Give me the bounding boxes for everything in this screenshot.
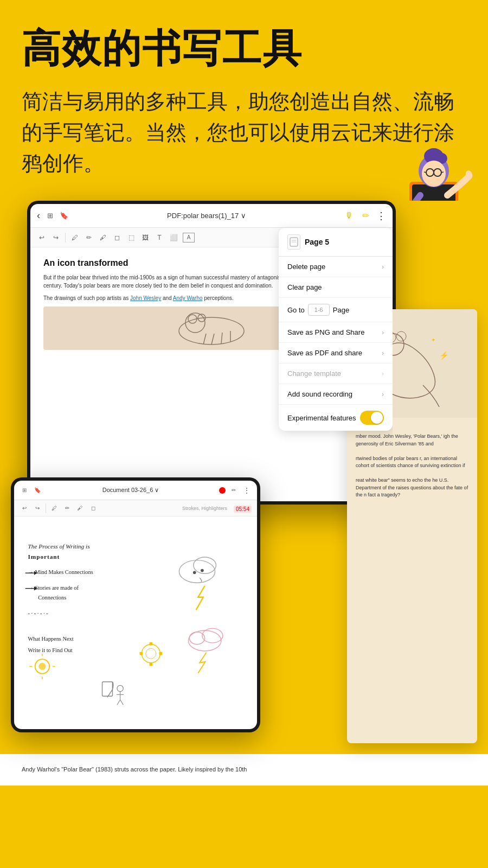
save-png-chevron-icon: › bbox=[382, 329, 384, 336]
svg-line-67 bbox=[120, 700, 124, 705]
hero-section: 高效的书写工具 简洁与易用的多种工具，助您创造出自然、流畅的手写笔记。当然，您也… bbox=[0, 0, 488, 201]
page-icon bbox=[287, 234, 300, 250]
image-icon[interactable]: 🖼 bbox=[140, 233, 150, 242]
context-menu: Page 5 Delete page › Clear page Go bbox=[279, 228, 393, 431]
john-wesley-link[interactable]: John Wesley bbox=[130, 295, 161, 301]
strokes-label: Strokes, Highlighters bbox=[182, 506, 227, 511]
change-template-item: Change template › bbox=[279, 363, 393, 384]
experimental-toggle[interactable] bbox=[360, 411, 384, 425]
change-template-chevron-icon: › bbox=[382, 370, 384, 378]
svg-line-66 bbox=[117, 700, 120, 705]
mic-icon[interactable]: 🎙 bbox=[344, 210, 355, 221]
tablet-bottom-screen: ⊞ 🔖 Document 03-26_6 ∨ ✏ ⋮ ↩ ↪ 🖊 ✏ 🖋 ◻ S… bbox=[14, 481, 257, 729]
pdf-text-content: mber mood. John Wesley, 'Polar Bears,' i… bbox=[347, 424, 477, 508]
delete-page-item[interactable]: Delete page › bbox=[279, 257, 393, 277]
bt-bookmark-icon[interactable]: 🔖 bbox=[33, 486, 42, 495]
highlighter-icon[interactable]: 🖋 bbox=[98, 233, 108, 242]
record-indicator bbox=[219, 487, 226, 494]
grid-icon[interactable]: ⊞ bbox=[44, 210, 55, 221]
more-options-button[interactable]: ⋮ bbox=[376, 210, 386, 222]
add-recording-label: Add sound recording bbox=[287, 390, 352, 398]
bt-eraser[interactable]: ◻ bbox=[88, 503, 98, 513]
svg-line-19 bbox=[211, 334, 214, 344]
bt-pen-icon[interactable]: ✏ bbox=[229, 486, 239, 495]
svg-point-52 bbox=[142, 644, 160, 663]
bookmark-icon[interactable]: 🔖 bbox=[59, 210, 69, 221]
eraser-icon[interactable]: ◻ bbox=[112, 233, 122, 242]
svg-line-18 bbox=[203, 334, 206, 344]
change-template-label: Change template bbox=[287, 369, 341, 378]
svg-point-63 bbox=[117, 686, 123, 692]
timer-container: 05:54 bbox=[234, 503, 252, 513]
save-pdf-chevron-icon: › bbox=[382, 349, 384, 357]
svg-text:⚡: ⚡ bbox=[439, 351, 449, 360]
menu-header: Page 5 bbox=[279, 228, 393, 257]
svg-rect-54 bbox=[150, 642, 153, 646]
back-button[interactable]: ‹ bbox=[37, 210, 40, 221]
redo-icon[interactable]: ↪ bbox=[51, 233, 61, 242]
svg-point-47 bbox=[193, 571, 196, 575]
pdf-caption-1: mber mood. John Wesley, 'Polar Bears,' i… bbox=[356, 433, 468, 448]
save-pdf-item[interactable]: Save as PDF and share › bbox=[279, 343, 393, 363]
goto-label: Go to bbox=[287, 306, 305, 314]
clear-page-item[interactable]: Clear page bbox=[279, 277, 393, 298]
svg-text:Important: Important bbox=[28, 553, 60, 560]
bottom-drawing-toolbar: ↩ ↪ 🖊 ✏ 🖋 ◻ Strokes, Highlighters 05:54 bbox=[14, 500, 257, 516]
text-box-icon[interactable]: T bbox=[155, 233, 164, 242]
experimental-features-item[interactable]: Experimental features bbox=[279, 405, 393, 431]
svg-text:✦: ✦ bbox=[431, 337, 435, 343]
bottom-doc-title[interactable]: Document 03-26_6 ∨ bbox=[46, 487, 216, 494]
add-recording-item[interactable]: Add sound recording › bbox=[279, 384, 393, 405]
handwriting-content: The Process of Writing is Important → Mi… bbox=[14, 516, 257, 729]
svg-point-53 bbox=[146, 648, 156, 659]
svg-text:- · - · - · -: - · - · - · - bbox=[28, 610, 48, 616]
svg-rect-57 bbox=[159, 652, 162, 655]
svg-line-20 bbox=[221, 333, 222, 343]
svg-text:The Process of Writing is: The Process of Writing is bbox=[28, 543, 90, 550]
toolbar-left-icons: ⊞ 🔖 bbox=[44, 210, 69, 221]
pdf-caption-2: rtwined bodies of polar bears r, an inte… bbox=[356, 455, 468, 470]
brush-icon[interactable]: 🖊 bbox=[70, 233, 80, 242]
text-recognize-icon[interactable]: A bbox=[183, 233, 195, 242]
pen-highlight-icon[interactable]: ✏ bbox=[360, 210, 371, 221]
bt-highlighter[interactable]: 🖋 bbox=[75, 503, 85, 513]
goto-container: Go to Page bbox=[287, 304, 349, 316]
bt-pencil[interactable]: ✏ bbox=[62, 503, 72, 513]
save-png-item[interactable]: Save as PNG and Share › bbox=[279, 322, 393, 343]
hero-title: 高效的书写工具 bbox=[22, 27, 466, 70]
andy-warhol-link[interactable]: Andy Warho bbox=[173, 295, 203, 301]
svg-rect-56 bbox=[140, 652, 143, 655]
tablet-main: ‹ ⊞ 🔖 PDF:polar bears(1)_17 ∨ 🎙 ✏ ⋮ ↩ ↪ … bbox=[27, 201, 396, 505]
tablet-screen: ‹ ⊞ 🔖 PDF:polar bears(1)_17 ∨ 🎙 ✏ ⋮ ↩ ↪ … bbox=[30, 204, 393, 501]
bt-undo[interactable]: ↩ bbox=[20, 503, 29, 513]
pdf-caption-3: reat white bear" seems to echo the he U.… bbox=[356, 477, 468, 499]
toolbar-right-icons: 🎙 ✏ ⋮ bbox=[344, 210, 386, 222]
document-title[interactable]: PDF:polar bears(1)_17 ∨ bbox=[74, 212, 339, 220]
save-png-label: Save as PNG and Share bbox=[287, 328, 364, 336]
svg-line-10 bbox=[424, 172, 426, 173]
lasso-icon[interactable]: ⬚ bbox=[126, 233, 136, 242]
delete-page-label: Delete page bbox=[287, 263, 325, 271]
toggle-knob bbox=[371, 412, 383, 424]
delete-chevron-icon: › bbox=[382, 263, 384, 271]
bottom-toolbar: ⊞ 🔖 Document 03-26_6 ∨ ✏ ⋮ bbox=[14, 481, 257, 500]
pencil-icon[interactable]: ✏ bbox=[84, 233, 94, 242]
main-toolbar: ‹ ⊞ 🔖 PDF:polar bears(1)_17 ∨ 🎙 ✏ ⋮ bbox=[30, 204, 393, 228]
svg-rect-62 bbox=[102, 682, 113, 696]
bt-brush[interactable]: 🖊 bbox=[49, 503, 59, 513]
bt-more-icon[interactable]: ⋮ bbox=[242, 486, 252, 495]
goto-input[interactable] bbox=[308, 304, 330, 316]
document-content-area: An icon transformed But if the polar bea… bbox=[30, 247, 393, 501]
undo-icon[interactable]: ↩ bbox=[37, 233, 47, 242]
add-recording-chevron-icon: › bbox=[382, 391, 384, 398]
experimental-label: Experimental features bbox=[287, 414, 356, 422]
svg-text:→ Mind Makes Connections: → Mind Makes Connections bbox=[28, 569, 93, 575]
svg-point-48 bbox=[201, 569, 204, 572]
bt-redo[interactable]: ↪ bbox=[33, 503, 42, 513]
shape-icon[interactable]: ⬜ bbox=[169, 233, 178, 242]
svg-text:Write it to Find Out: Write it to Find Out bbox=[28, 647, 72, 653]
svg-line-11 bbox=[441, 172, 444, 173]
handwriting-svg: The Process of Writing is Important → Mi… bbox=[23, 522, 248, 724]
tablet-bottom: ⊞ 🔖 Document 03-26_6 ∨ ✏ ⋮ ↩ ↪ 🖊 ✏ 🖋 ◻ S… bbox=[11, 477, 260, 732]
bt-grid-icon[interactable]: ⊞ bbox=[20, 486, 29, 495]
